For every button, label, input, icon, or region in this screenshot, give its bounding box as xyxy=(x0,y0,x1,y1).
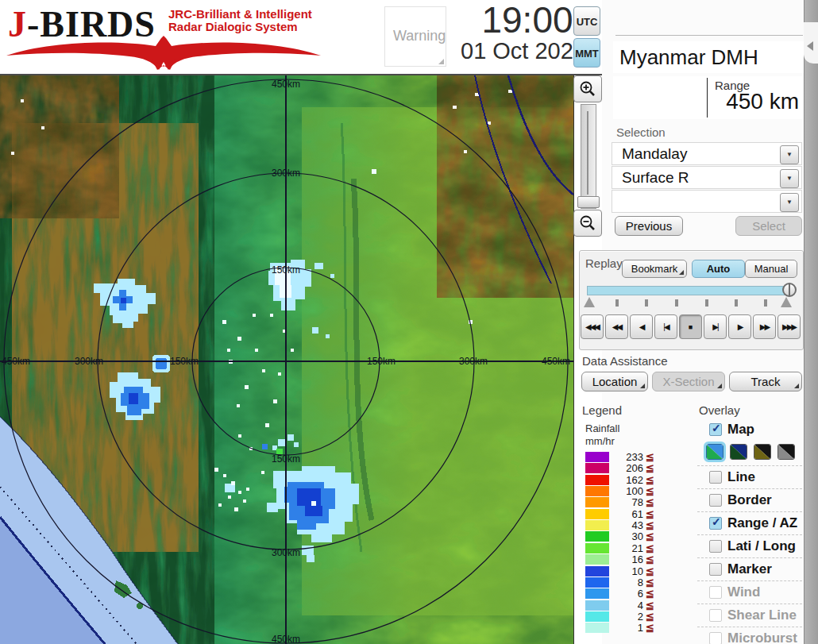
legend-value: 30 xyxy=(610,530,643,542)
line-checkbox[interactable] xyxy=(709,471,722,484)
product-dropdown[interactable]: Surface R ▼ xyxy=(612,166,802,189)
chevron-down-icon[interactable]: ▼ xyxy=(780,145,799,164)
legend-lte-symbol: ≦ xyxy=(646,496,654,508)
marker-checkbox[interactable] xyxy=(709,563,722,576)
data-assistance-label: Data Assistance xyxy=(582,354,668,368)
fast-forward-button[interactable]: ▶▶ xyxy=(753,314,776,339)
slider-end-marker[interactable] xyxy=(781,297,792,307)
zoom-in-button[interactable] xyxy=(573,75,602,102)
slider-tick xyxy=(705,299,708,307)
range-az-checkbox[interactable] xyxy=(709,517,722,530)
select-button[interactable]: Select xyxy=(735,216,802,236)
auto-button[interactable]: Auto xyxy=(692,260,745,278)
track-button[interactable]: Track xyxy=(729,372,802,391)
legend-lte-symbol: ≦ xyxy=(646,565,654,577)
legend-lte-symbol: ≦ xyxy=(646,474,654,486)
range-label-h-150-right: 150km xyxy=(367,356,395,367)
range-label-h-450-left: 450km xyxy=(2,356,30,367)
range-label-v-150-bottom: 150km xyxy=(272,453,300,465)
lati-long-checkbox-label: Lati / Long xyxy=(727,538,796,554)
range-az-checkbox-label: Range / AZ xyxy=(727,515,797,531)
previous-button[interactable]: Previous xyxy=(615,216,683,236)
logo-subtitle: JRC-Brilliant & Intelligent Radar Dialog… xyxy=(168,8,319,33)
manual-button[interactable]: Manual xyxy=(745,260,797,278)
eagle-logo xyxy=(5,35,322,71)
rewind-button[interactable]: ◀◀ xyxy=(605,314,628,339)
overlay-separator xyxy=(697,627,802,627)
legend-value: 4 xyxy=(610,600,643,611)
station-dropdown-value: Mandalay xyxy=(622,145,687,163)
legend-value: 8 xyxy=(610,577,643,588)
map-style-navy-darkgreen[interactable] xyxy=(730,444,747,460)
map-style-black-gray[interactable] xyxy=(777,444,795,460)
border-checkbox[interactable] xyxy=(709,494,722,507)
bookmark-button[interactable]: Bookmark xyxy=(622,260,687,278)
legend-value: 10 xyxy=(610,565,643,577)
range-label-h-300-left: 300km xyxy=(75,356,103,367)
chevron-down-icon[interactable]: ▼ xyxy=(780,193,799,212)
warning-label: Warning xyxy=(393,28,446,44)
slider-tick xyxy=(735,299,738,307)
shear-line-checkbox xyxy=(709,609,722,622)
legend-lte-symbol: ≦ xyxy=(646,611,654,623)
step-back-button[interactable]: |◀ xyxy=(654,314,677,339)
map-style-blue-green[interactable] xyxy=(706,444,723,460)
microburst-checkbox-label: Microburst xyxy=(727,631,797,644)
replay-slider-track[interactable] xyxy=(587,286,790,295)
range-label-v-450-bottom: 450km xyxy=(272,634,300,644)
map-checkbox[interactable] xyxy=(709,423,722,436)
mmt-button[interactable]: MMT xyxy=(573,38,600,67)
microburst-checkbox xyxy=(709,632,722,644)
step-forward-button[interactable]: ▶| xyxy=(704,314,727,339)
play-button[interactable]: ▶ xyxy=(728,314,751,339)
station-dropdown[interactable]: Mandalay ▼ xyxy=(612,142,802,165)
chevron-down-icon[interactable]: ▼ xyxy=(780,169,799,188)
legend-value: 100 xyxy=(610,485,643,497)
overlay-separator xyxy=(697,604,802,604)
legend-value: 61 xyxy=(610,508,643,520)
legend-lte-symbol: ≦ xyxy=(646,508,654,520)
legend-value: 43 xyxy=(610,519,643,531)
range-label-h-300-right: 300km xyxy=(459,356,488,367)
range-label-v-150-top: 150km xyxy=(272,264,300,276)
fast-forward-max-button[interactable]: ▶▶▶ xyxy=(777,314,801,339)
replay-slider-handle[interactable] xyxy=(782,283,797,297)
legend-swatch xyxy=(585,543,609,553)
legend-swatch xyxy=(585,463,609,473)
map-checkbox-label: Map xyxy=(727,422,754,438)
lati-long-checkbox[interactable] xyxy=(709,540,722,553)
map-style-black-olive[interactable] xyxy=(754,444,771,460)
overlay-separator xyxy=(697,465,802,466)
zoom-slider-line xyxy=(587,111,588,195)
location-button[interactable]: Location xyxy=(581,372,648,391)
extra-dropdown[interactable]: ▼ xyxy=(612,190,802,213)
legend-swatch xyxy=(585,588,609,599)
utc-button[interactable]: UTC xyxy=(573,6,600,36)
legend-lte-symbol: ≦ xyxy=(646,600,654,611)
legend-swatch xyxy=(585,475,609,485)
slider-start-marker[interactable] xyxy=(584,297,595,307)
overlay-separator xyxy=(697,488,802,489)
stop-button[interactable]: ■ xyxy=(679,314,702,339)
marker-checkbox-label: Marker xyxy=(727,561,772,577)
play-back-button[interactable]: ◀ xyxy=(630,314,653,339)
range-label-h-450-right: 450km xyxy=(542,356,570,367)
xsection-button[interactable]: X-Section xyxy=(652,372,725,391)
legend-swatch xyxy=(585,577,609,588)
radar-map[interactable]: 450km 300km 150km 150km 300km 450km 450k… xyxy=(0,75,574,644)
slider-tick xyxy=(615,299,619,307)
legend-value: 162 xyxy=(610,474,643,486)
zoom-out-button[interactable] xyxy=(573,210,602,237)
zoom-slider-track[interactable] xyxy=(581,104,596,209)
station-name: Myanmar DMH xyxy=(613,41,804,73)
overlay-separator xyxy=(697,580,802,581)
legend-swatch xyxy=(585,509,609,519)
rewind-fast-button[interactable]: ◀◀◀ xyxy=(581,314,604,339)
range-label-v-450-top: 450km xyxy=(272,79,300,90)
zoom-slider-handle[interactable] xyxy=(577,196,600,208)
shear-line-checkbox-label: Shear Line xyxy=(727,607,797,623)
legend-lte-symbol: ≦ xyxy=(646,485,654,497)
warning-box[interactable]: Warning xyxy=(384,6,446,67)
legend-value: 6 xyxy=(610,588,643,600)
overlay-title: Overlay xyxy=(699,403,740,417)
